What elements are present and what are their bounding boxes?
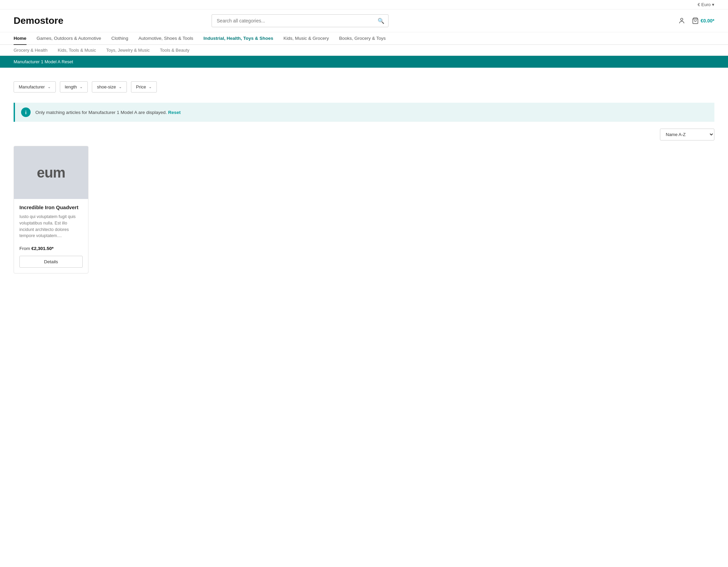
length-filter-label: length (65, 84, 77, 89)
logo-rest: store (40, 15, 63, 26)
product-price: From €2,301.50* (19, 246, 83, 251)
nav-automotive[interactable]: Automotive, Shoes & Tools (138, 32, 193, 45)
products-grid: eum Incredible Iron Quadvert Iusto qui v… (0, 146, 728, 287)
secondary-nav-kids-tools[interactable]: Kids, Tools & Music (58, 45, 96, 55)
nav-books[interactable]: Books, Grocery & Toys (339, 32, 386, 45)
info-banner-message: Only matching articles for Manufacturer … (35, 110, 167, 115)
price-chevron-icon: ⌄ (149, 85, 152, 89)
secondary-nav: Grocery & Health Kids, Tools & Music Toy… (0, 45, 728, 56)
price-filter[interactable]: Price ⌄ (131, 81, 157, 93)
shoe-size-chevron-icon: ⌄ (119, 85, 122, 89)
info-banner-text: Only matching articles for Manufacturer … (35, 110, 181, 115)
price-filter-label: Price (136, 84, 146, 89)
secondary-nav-tools-beauty[interactable]: Tools & Beauty (160, 45, 189, 55)
price-prefix: From (19, 246, 30, 251)
filters-section: Manufacturer ⌄ length ⌄ shoe-size ⌄ Pric… (0, 68, 728, 99)
secondary-nav-toys-jewelry[interactable]: Toys, Jewelry & Music (106, 45, 150, 55)
details-button[interactable]: Details (19, 256, 83, 268)
manufacturer-chevron-icon: ⌄ (48, 85, 51, 89)
search-bar: 🔍 (212, 14, 388, 27)
account-icon-button[interactable] (678, 17, 685, 24)
sort-select[interactable]: Name A-Z Name Z-A Price ASC Price DESC (660, 129, 714, 140)
manufacturer-filter-label: Manufacturer (19, 84, 45, 89)
nav-kids-music[interactable]: Kids, Music & Grocery (283, 32, 329, 45)
user-icon (678, 17, 685, 24)
sort-bar: Name A-Z Name Z-A Price ASC Price DESC (0, 129, 728, 146)
svg-point-0 (680, 18, 683, 21)
search-input[interactable] (212, 14, 388, 27)
length-filter[interactable]: length ⌄ (60, 81, 88, 93)
header: Demostore 🔍 €0.00* (0, 10, 728, 32)
breadcrumb-bar: Manufacturer 1 Model A Reset (0, 56, 728, 68)
header-icons: €0.00* (678, 17, 714, 24)
breadcrumb-text: Manufacturer 1 Model A Reset (14, 59, 73, 64)
manufacturer-filter[interactable]: Manufacturer ⌄ (14, 81, 56, 93)
nav-clothing[interactable]: Clothing (111, 32, 128, 45)
price-value: €2,301.50* (31, 246, 53, 251)
cart-icon (692, 17, 699, 24)
secondary-nav-grocery[interactable]: Grocery & Health (14, 45, 48, 55)
search-icon: 🔍 (378, 18, 384, 24)
nav-games[interactable]: Games, Outdoors & Automotive (37, 32, 101, 45)
cart-button[interactable]: €0.00* (692, 17, 714, 24)
shoe-size-filter[interactable]: shoe-size ⌄ (92, 81, 127, 93)
length-chevron-icon: ⌄ (80, 85, 83, 89)
product-image-text: eum (37, 165, 65, 181)
info-banner-reset-link[interactable]: Reset (168, 110, 181, 115)
product-description: Iusto qui voluptatem fugit quis voluptat… (19, 214, 83, 239)
top-bar: € Euro ▾ (0, 0, 728, 10)
logo-bold: Demo (14, 15, 40, 26)
currency-arrow-icon: ▾ (712, 2, 714, 7)
nav-home[interactable]: Home (14, 32, 27, 45)
primary-nav: Home Games, Outdoors & Automotive Clothi… (0, 32, 728, 45)
shoe-size-filter-label: shoe-size (97, 84, 116, 89)
logo[interactable]: Demostore (14, 15, 63, 26)
info-icon: i (21, 107, 31, 117)
currency-label: € Euro (698, 2, 711, 7)
product-image: eum (14, 146, 88, 199)
table-row: eum Incredible Iron Quadvert Iusto qui v… (14, 146, 88, 273)
cart-price: €0.00* (701, 18, 714, 23)
nav-industrial[interactable]: Industrial, Health, Toys & Shoes (203, 32, 273, 45)
product-name: Incredible Iron Quadvert (19, 204, 83, 210)
product-info: Incredible Iron Quadvert Iusto qui volup… (14, 199, 88, 273)
currency-selector[interactable]: € Euro ▾ (698, 2, 714, 7)
info-banner: i Only matching articles for Manufacture… (14, 103, 714, 122)
